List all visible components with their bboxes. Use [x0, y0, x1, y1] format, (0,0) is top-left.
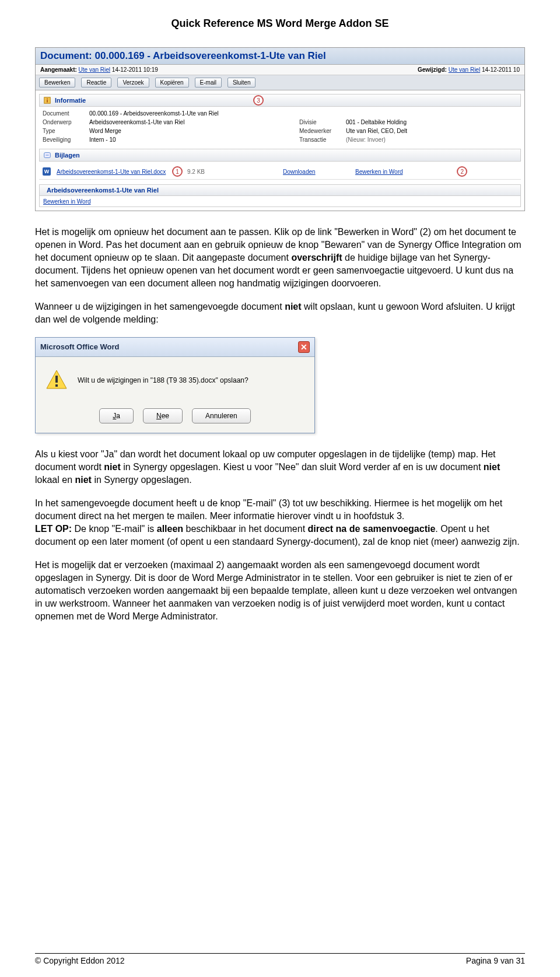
app-title-bar: Document: 00.000.169 - Arbeidsovereenkom… [36, 48, 524, 65]
info-grid: Document 00.000.169 - Arbeidsovereenkoms… [39, 109, 521, 144]
document-label: Document [43, 110, 89, 117]
document-value: 00.000.169 - Arbeidsovereenkomst-1-Ute v… [89, 110, 299, 117]
onderwerp-label: Onderwerp [43, 119, 89, 125]
type-label: Type [43, 128, 89, 134]
ja-button[interactable]: Ja [99, 408, 134, 423]
medewerker-value: Ute van Riel, CEO, Delt [346, 128, 517, 134]
annuleren-button[interactable]: Annuleren [192, 408, 251, 423]
paragraph-4: In het samengevoegde document heeft u de… [35, 497, 525, 548]
divisie-label: Divisie [299, 119, 346, 125]
beveiliging-value: Intern - 10 [89, 136, 299, 143]
medewerker-label: Medewerker [299, 128, 346, 134]
svg-point-2 [47, 99, 48, 100]
word-file-icon: W [43, 167, 51, 176]
transactie-label: Transactie [299, 136, 346, 143]
bijlagen-section-header[interactable]: Bijlagen [39, 149, 521, 162]
bijlagen-label: Bijlagen [55, 152, 80, 159]
attachment-filename-link[interactable]: Arbeidsovereenkomst-1-Ute van Riel.docx [57, 169, 166, 175]
paragraph-3: Als u kiest voor "Ja" dan wordt het docu… [35, 448, 525, 486]
warning-icon [45, 369, 68, 392]
created-date: 14-12-2011 10:19 [112, 66, 158, 73]
created-user-link[interactable]: Ute van Riel [79, 66, 110, 73]
bewerken-in-word-link[interactable]: Bewerken in Word [355, 169, 403, 175]
attachment-size: 9.2 KB [187, 169, 281, 175]
verzoek-button[interactable]: Verzoek [117, 78, 149, 87]
divisie-value: 001 - Deltabike Holding [346, 119, 517, 125]
beveiliging-label: Beveiliging [43, 136, 89, 143]
type-value: Word Merge [89, 128, 299, 134]
informatie-icon [43, 96, 51, 104]
paragraph-1: Het is mogelijk om opnieuw het document … [35, 226, 525, 290]
svg-rect-1 [47, 100, 48, 102]
close-icon[interactable]: ✕ [298, 341, 310, 353]
sluiten-button[interactable]: Sluiten [228, 78, 256, 87]
kopieren-button[interactable]: Kopiëren [155, 78, 189, 87]
word-save-dialog: Microsoft Office Word ✕ Wilt u de wijzig… [35, 337, 315, 433]
footer-copyright: © Copyright Eddon 2012 [35, 956, 125, 965]
attachment-row: W Arbeidsovereenkomst-1-Ute van Riel.doc… [39, 164, 521, 180]
informatie-label: Informatie [55, 97, 86, 104]
attachment-sub-header[interactable]: Arbeidsovereenkomst-1-Ute van Riel [39, 184, 521, 196]
toolbar: Bewerken Reactie Verzoek Kopiëren E-mail… [36, 75, 524, 90]
synergy-document-panel: Document: 00.000.169 - Arbeidsovereenkom… [35, 47, 525, 211]
page-title: Quick Reference MS Word Merge Addon SE [35, 17, 525, 30]
dialog-title: Microsoft Office Word [40, 342, 120, 351]
dialog-message: Wilt u de wijzigingen in "188 (T9 38 35)… [78, 376, 249, 384]
footer-page-number: Pagina 9 van 31 [466, 956, 525, 965]
bewerken-button[interactable]: Bewerken [39, 78, 75, 87]
download-link[interactable]: Downloaden [283, 169, 353, 175]
callout-badge-3: 3 [253, 95, 264, 106]
reactie-button[interactable]: Reactie [81, 78, 111, 87]
modified-label: Gewijzigd: [418, 66, 447, 73]
created-label: Aangemaakt: [40, 66, 77, 73]
meta-row: Aangemaakt: Ute van Riel 14-12-2011 10:1… [36, 65, 524, 75]
svg-rect-7 [55, 384, 58, 387]
nee-button[interactable]: Nee [143, 408, 183, 423]
page-footer: © Copyright Eddon 2012 Pagina 9 van 31 [35, 953, 525, 965]
paragraph-2: Wanneer u de wijzigingen in het samengev… [35, 300, 525, 326]
attachment-sub-label: Arbeidsovereenkomst-1-Ute van Riel [47, 187, 159, 194]
modified-date: 14-12-2011 10 [482, 66, 520, 73]
transactie-value: (Nieuw: Invoer) [346, 136, 517, 143]
informatie-section-header[interactable]: Informatie 3 [39, 94, 521, 107]
paragraph-6: Het is mogelijk dat er verzoeken (maxima… [35, 559, 525, 623]
bijlagen-icon [43, 151, 51, 159]
callout-badge-2: 2 [457, 166, 467, 177]
email-button[interactable]: E-mail [195, 78, 222, 87]
onderwerp-value: Arbeidsovereenkomst-1-Ute van Riel [89, 119, 299, 125]
callout-badge-1: 1 [172, 166, 183, 177]
bewerken-in-word-sublink[interactable]: Bewerken in Word [43, 198, 91, 205]
svg-rect-6 [55, 376, 58, 383]
modified-user-link[interactable]: Ute van Riel [449, 66, 480, 73]
